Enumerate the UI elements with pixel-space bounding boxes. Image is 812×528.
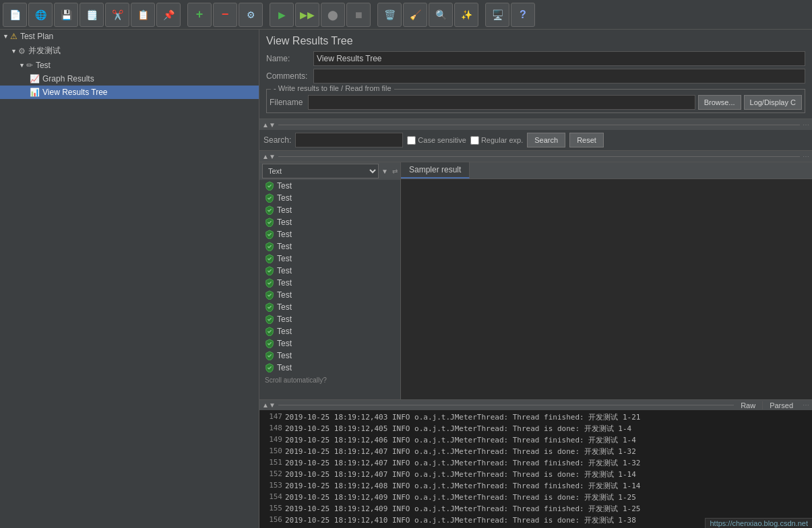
log-line: 1472019-10-25 18:19:12,403 INFO o.a.j.t.… (259, 411, 812, 423)
log-line-text: 2019-10-25 18:19:12,403 INFO o.a.j.t.JMe… (285, 412, 640, 422)
result-item[interactable]: Test (259, 192, 400, 204)
sidebar-item-test[interactable]: ▼ ✏ Test (0, 59, 259, 72)
log-line-number: 154 (262, 492, 282, 502)
result-item[interactable]: Test (259, 289, 400, 301)
name-input[interactable] (313, 51, 805, 66)
name-row: Name: (266, 51, 805, 66)
filename-label: Filename (270, 98, 303, 107)
save-as-button[interactable]: 🗒️ (80, 3, 104, 27)
result-item-label: Test (277, 363, 292, 372)
result-item-label: Test (277, 290, 292, 300)
result-item-label: Test (277, 230, 292, 239)
shield-success-icon (265, 181, 274, 191)
result-item[interactable]: Test (259, 277, 400, 289)
bottom-bar[interactable]: ▲▼ Raw Parsed ⋯ (259, 399, 812, 410)
remove-button[interactable]: − (213, 3, 237, 27)
log-line-number: 151 (262, 458, 282, 468)
tab-raw-bottom[interactable]: Raw (734, 401, 763, 409)
result-item[interactable]: Test (259, 313, 400, 325)
result-item[interactable]: Test (259, 216, 400, 228)
open-button[interactable]: 🌐 (28, 3, 53, 27)
main-layout: ▼ ⚠ Test Plan ▼ ⚙ 并发测试 ▼ ✏ Test 📈 Graph … (0, 30, 812, 528)
log-line-number: 150 (262, 447, 282, 457)
sidebar-item-label: Graph Results (42, 74, 94, 84)
sampler-tab-bar: Sampler result (401, 162, 812, 179)
function-helper-button[interactable]: ✨ (454, 3, 478, 27)
log-line-text: 2019-10-25 18:19:12,407 INFO o.a.j.t.JMe… (285, 469, 636, 480)
result-item[interactable]: Test (259, 362, 400, 374)
add-button[interactable]: + (187, 3, 212, 27)
search-button[interactable]: Search (527, 133, 565, 147)
result-item-label: Test (277, 193, 292, 203)
case-sensitive-checkbox[interactable] (407, 136, 416, 145)
collapse-bar-2[interactable]: ▲▼ ⋯ (259, 151, 812, 162)
shield-success-icon (265, 193, 274, 203)
comments-input[interactable] (313, 69, 805, 84)
sidebar-item-graph-results[interactable]: 📈 Graph Results (0, 72, 259, 86)
sidebar-item-thread-group[interactable]: ▼ ⚙ 并发测试 (0, 43, 259, 59)
view-format-dropdown[interactable]: Text HTML JSON XML Binary Regexp Tester (262, 164, 379, 178)
tree-expand-icon[interactable]: ▼ (3, 33, 9, 40)
collapse-bar-1[interactable]: ▲▼ ⋯ (259, 119, 812, 130)
clear-button[interactable]: 🗑️ (377, 3, 402, 27)
result-item[interactable]: Test (259, 325, 400, 337)
log-line: 1522019-10-25 18:19:12,407 INFO o.a.j.t.… (259, 469, 812, 480)
sidebar-item-test-plan[interactable]: ▼ ⚠ Test Plan (0, 30, 259, 43)
result-item[interactable]: Test (259, 350, 400, 362)
edit-icon: ✏ (26, 61, 33, 70)
new-button[interactable]: 📄 (3, 3, 27, 27)
clear-all-button[interactable]: 🧹 (403, 3, 427, 27)
browse-file-button[interactable]: Browse... (698, 95, 741, 110)
sampler-panel: Sampler result (401, 162, 812, 399)
results-list-items: TestTestTestTestTestTestTestTestTestTest… (259, 180, 400, 399)
regular-exp-checkbox[interactable] (470, 136, 479, 145)
collapse-arrow-icon-3: ▲▼ (262, 401, 276, 409)
result-item[interactable]: Test (259, 240, 400, 253)
collapse-line-2 (278, 156, 800, 157)
run-button[interactable]: ▶ (270, 3, 294, 27)
stop-button[interactable]: ⬤ (321, 3, 345, 27)
log-line-text: 2019-10-25 18:19:12,409 INFO o.a.j.t.JMe… (285, 492, 636, 502)
result-item[interactable]: Test (259, 180, 400, 192)
result-item[interactable]: Test (259, 265, 400, 277)
tab-sampler-result[interactable]: Sampler result (401, 162, 470, 178)
filename-input[interactable] (308, 95, 695, 110)
sidebar-item-view-results-tree[interactable]: 📊 View Results Tree (0, 86, 259, 99)
paste-button[interactable]: 📌 (156, 3, 181, 27)
log-line-text: 2019-10-25 18:19:12,407 INFO o.a.j.t.JMe… (285, 458, 640, 468)
gear-icon: ⚙ (18, 46, 26, 56)
log-line-number: 148 (262, 424, 282, 434)
result-item-label: Test (277, 315, 292, 324)
scroll-auto-hint: Scroll automatically? (259, 374, 400, 387)
run-no-pause-button[interactable]: ▶▶ (295, 3, 319, 27)
result-item-label: Test (277, 327, 292, 336)
collapse-arrow-icon: ▲▼ (262, 121, 276, 129)
search-input[interactable] (295, 133, 403, 147)
reset-button[interactable]: Reset (569, 133, 604, 147)
expand-icon-2: ⋯ (803, 153, 809, 160)
result-item[interactable]: Test (259, 253, 400, 265)
result-item[interactable]: Test (259, 204, 400, 216)
save-button[interactable]: 💾 (54, 3, 78, 27)
log-display-button[interactable]: Log/Display C (744, 95, 802, 110)
help-button[interactable]: ? (511, 3, 535, 27)
copy-button[interactable]: 📋 (131, 3, 155, 27)
browse-button[interactable]: 🔍 (429, 3, 453, 27)
tree-expand-icon-2[interactable]: ▼ (11, 48, 17, 55)
expand-icon-1: ⋯ (803, 121, 809, 129)
result-item[interactable]: Test (259, 228, 400, 240)
remote-button[interactable]: 🖥️ (485, 3, 509, 27)
tab-parsed-bottom[interactable]: Parsed (763, 401, 800, 409)
tree-expand-icon-3[interactable]: ▼ (19, 62, 25, 69)
expand-icon-3: ⋯ (803, 401, 809, 409)
shield-success-icon (265, 315, 274, 324)
shield-success-icon (265, 266, 274, 275)
result-item[interactable]: Test (259, 301, 400, 313)
cut-button[interactable]: ✂️ (105, 3, 129, 27)
settings-button[interactable]: ⚙ (239, 3, 263, 27)
sidebar-item-label: Test (36, 61, 51, 70)
stop-now-button[interactable]: ⏹ (346, 3, 371, 27)
collapse-arrow-icon-2: ▲▼ (262, 153, 276, 160)
result-item-label: Test (277, 205, 292, 215)
result-item[interactable]: Test (259, 337, 400, 350)
